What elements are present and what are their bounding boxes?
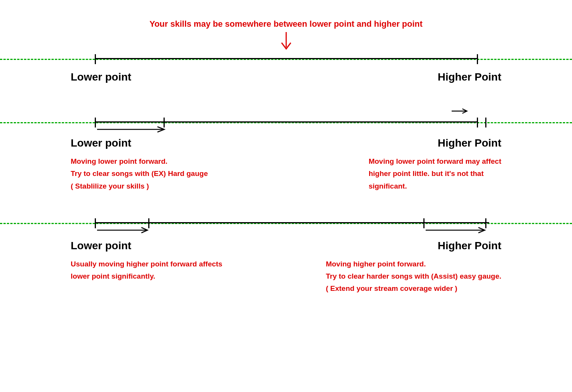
red-down-arrow-icon	[279, 31, 294, 50]
right-tick-2a	[477, 118, 478, 127]
red-arrow-down	[0, 31, 572, 50]
left-tick-1	[95, 54, 96, 64]
desc-right-3-line3: ( Extend your stream coverage wider )	[326, 282, 501, 295]
labels-row-1: Lower point Higher Point	[0, 71, 572, 83]
desc-right-3-line1: Moving higher point forward.	[326, 258, 501, 270]
diagram-row-3	[0, 215, 572, 238]
inner-right-arrow-3-icon	[425, 226, 490, 234]
lower-point-label-3: Lower point	[71, 240, 131, 252]
inner-right-arrow-icon	[96, 125, 169, 134]
diagram-row-1	[0, 51, 572, 70]
diagram-row-2	[0, 115, 572, 136]
desc-left-2-line3: ( Stablilize your skills )	[71, 180, 208, 192]
small-right-arrow-icon	[451, 108, 470, 115]
desc-left-2: Moving lower point forward. Try to clear…	[71, 155, 208, 192]
section1: Your skills may be somewhere between low…	[0, 15, 572, 92]
higher-point-label-3: Higher Point	[438, 240, 501, 252]
section2: Lower point Higher Point Moving lower po…	[0, 107, 572, 192]
right-tick-3a	[423, 218, 425, 228]
arrow-right-small-top	[451, 108, 470, 115]
desc-right-2-line1: Moving lower point forward may affect	[369, 155, 501, 168]
section3: Lower point Higher Point Usually moving …	[0, 215, 572, 295]
desc-right-2: Moving lower point forward may affect hi…	[369, 155, 501, 192]
lower-point-label-2: Lower point	[71, 137, 131, 149]
inner-arrow-3-right	[425, 226, 490, 234]
description-row-2: Moving lower point forward. Try to clear…	[0, 152, 572, 192]
desc-right-2-line3: significant.	[369, 180, 501, 192]
black-solid-line-3	[96, 222, 489, 223]
higher-point-label-1: Higher Point	[438, 71, 501, 83]
inner-arrow-2	[96, 125, 169, 134]
main-container: Your skills may be somewhere between low…	[0, 0, 572, 392]
desc-left-2-line2: Try to clear songs with (EX) Hard gauge	[71, 168, 208, 180]
lower-point-label-1: Lower point	[71, 71, 131, 83]
left-tick-2	[95, 118, 96, 127]
description-row-3: Usually moving higher point forward affe…	[0, 254, 572, 295]
left-tick-3	[95, 218, 96, 228]
desc-right-2-line2: higher point little. but it's not that	[369, 168, 501, 180]
inner-arrow-3-left	[96, 226, 153, 234]
desc-left-3-line1: Usually moving higher point forward affe…	[71, 258, 222, 270]
higher-point-label-2: Higher Point	[438, 137, 501, 149]
desc-left-3-line2: lower point significantly.	[71, 270, 222, 282]
small-arrow-higher	[0, 107, 572, 115]
right-tick-2b	[485, 118, 486, 127]
labels-row-3: Lower point Higher Point	[0, 240, 572, 252]
black-solid-line-1	[96, 58, 478, 59]
inner-left-arrow-3-icon	[96, 226, 153, 234]
desc-left-3: Usually moving higher point forward affe…	[71, 258, 222, 295]
labels-row-2: Lower point Higher Point	[0, 137, 572, 149]
desc-left-2-line1: Moving lower point forward.	[71, 155, 208, 168]
desc-right-3-line2: Try to clear harder songs with (Assist) …	[326, 270, 501, 282]
desc-right-3: Moving higher point forward. Try to clea…	[326, 258, 501, 295]
top-message: Your skills may be somewhere between low…	[0, 15, 572, 29]
right-tick-1	[477, 54, 478, 64]
black-solid-line-2	[96, 121, 478, 123]
